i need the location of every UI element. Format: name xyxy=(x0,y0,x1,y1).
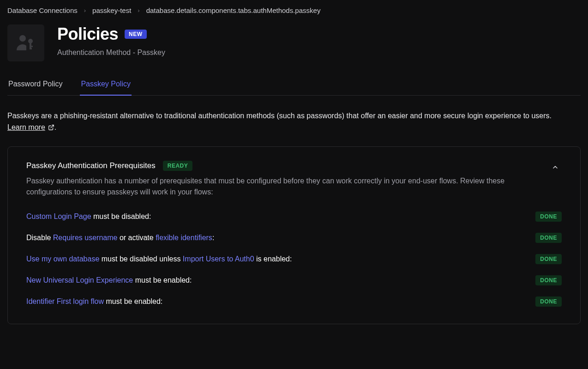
card-title: Passkey Authentication Prerequisites xyxy=(26,161,156,170)
prerequisite-list: Custom Login Page must be disabled:DONED… xyxy=(26,211,562,307)
breadcrumb-item[interactable]: passkey-test xyxy=(92,6,131,14)
done-badge: DONE xyxy=(535,296,562,307)
done-badge: DONE xyxy=(535,275,562,285)
breadcrumb-item[interactable]: database.details.components.tabs.authMet… xyxy=(146,6,321,14)
page-header: Policies NEW Authentication Method - Pas… xyxy=(7,24,581,61)
tab-password-policy[interactable]: Password Policy xyxy=(7,80,63,96)
prerequisite-row: Disable Requires username or activate fl… xyxy=(26,232,562,243)
ready-badge: READY xyxy=(163,161,193,171)
prerequisite-text: Use my own database must be disabled unl… xyxy=(26,254,292,265)
prerequisite-row: Use my own database must be disabled unl… xyxy=(26,254,562,265)
prerequisite-text-part: must be disabled unless xyxy=(99,255,183,263)
svg-rect-3 xyxy=(30,46,33,47)
prerequisite-text-part: must be enabled: xyxy=(104,297,162,305)
connection-icon xyxy=(7,24,44,61)
prerequisite-text-part: : xyxy=(212,234,214,242)
prerequisite-text: Identifier First login flow must be enab… xyxy=(26,296,162,307)
done-badge: DONE xyxy=(535,254,562,264)
svg-line-5 xyxy=(51,125,54,128)
prerequisite-link[interactable]: Custom Login Page xyxy=(26,212,91,220)
prerequisite-link[interactable]: Requires username xyxy=(53,234,118,242)
collapse-toggle[interactable] xyxy=(549,161,562,175)
done-badge: DONE xyxy=(535,233,562,243)
prerequisite-row: Custom Login Page must be disabled:DONE xyxy=(26,211,562,222)
new-badge: NEW xyxy=(125,30,147,39)
prerequisite-text-part: must be enabled: xyxy=(133,276,192,284)
prerequisite-link[interactable]: Import Users to Auth0 xyxy=(183,255,254,263)
chevron-right-icon: › xyxy=(84,7,86,14)
breadcrumb: Database Connections › passkey-test › da… xyxy=(7,6,581,14)
svg-rect-4 xyxy=(30,48,32,49)
intro-text: Passkeys are a phishing-resistant altern… xyxy=(7,110,581,133)
prerequisite-text-part: or activate xyxy=(117,234,156,242)
svg-point-1 xyxy=(28,39,33,43)
prerequisite-text: New Universal Login Experience must be e… xyxy=(26,275,192,286)
intro-body: Passkeys are a phishing-resistant altern… xyxy=(7,112,552,120)
svg-point-0 xyxy=(19,35,26,42)
done-badge: DONE xyxy=(535,212,562,222)
chevron-up-icon xyxy=(552,163,559,171)
prerequisite-text: Custom Login Page must be disabled: xyxy=(26,211,151,222)
prerequisite-row: Identifier First login flow must be enab… xyxy=(26,296,562,307)
prerequisite-text-part: is enabled: xyxy=(254,255,292,263)
prerequisite-row: New Universal Login Experience must be e… xyxy=(26,275,562,286)
prerequisite-text: Disable Requires username or activate fl… xyxy=(26,232,214,243)
learn-more-link[interactable]: Learn more xyxy=(7,122,45,133)
prerequisite-link[interactable]: Identifier First login flow xyxy=(26,297,104,305)
prerequisite-link[interactable]: New Universal Login Experience xyxy=(26,276,133,284)
prerequisite-link[interactable]: flexible identifiers xyxy=(156,234,212,242)
tab-passkey-policy[interactable]: Passkey Policy xyxy=(80,80,132,96)
page-title: Policies xyxy=(57,24,118,44)
intro-period: . xyxy=(54,123,56,131)
page-subtitle: Authentication Method - Passkey xyxy=(57,48,165,57)
chevron-right-icon: › xyxy=(138,7,139,14)
external-link-icon xyxy=(48,124,54,131)
prerequisites-card: Passkey Authentication Prerequisites REA… xyxy=(7,146,581,325)
prerequisite-text-part: Disable xyxy=(26,234,53,242)
tabs: Password Policy Passkey Policy xyxy=(7,80,581,96)
prerequisite-link[interactable]: Use my own database xyxy=(26,255,99,263)
card-description: Passkey authentication has a number of p… xyxy=(26,175,525,199)
prerequisite-text-part: must be disabled: xyxy=(91,212,151,220)
breadcrumb-item[interactable]: Database Connections xyxy=(7,6,78,14)
